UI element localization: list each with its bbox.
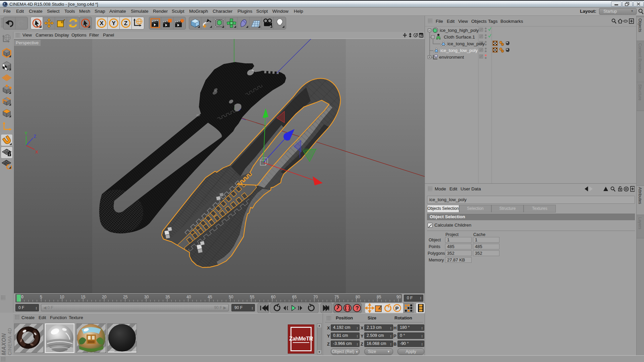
svg-text:X: X — [100, 20, 104, 26]
svg-text:?: ? — [356, 305, 359, 311]
svg-text:X: X — [35, 149, 38, 155]
svg-text:Y: Y — [24, 131, 28, 136]
svg-text:P: P — [395, 305, 399, 311]
svg-text:Z: Z — [34, 134, 36, 139]
svg-text:Y: Y — [112, 20, 116, 26]
svg-text:Z: Z — [124, 20, 127, 26]
